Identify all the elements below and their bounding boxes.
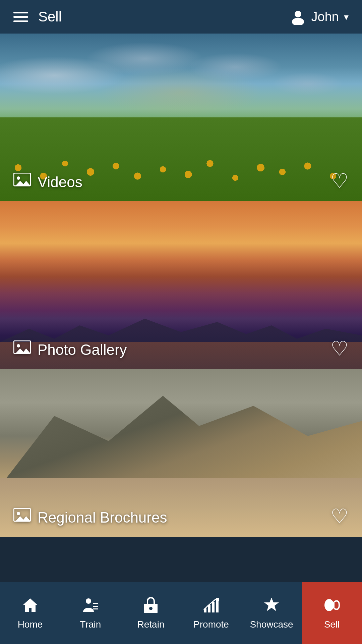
user-profile-button[interactable]: John ▾ xyxy=(290,8,349,25)
nav-promote-label: Promote xyxy=(193,619,229,630)
svg-rect-14 xyxy=(93,606,98,607)
user-icon xyxy=(290,8,306,25)
nav-train[interactable]: Train xyxy=(60,582,121,644)
svg-point-1 xyxy=(292,18,304,25)
videos-heart-button[interactable]: ♡ xyxy=(330,171,349,191)
photo-gallery-heart-button[interactable]: ♡ xyxy=(330,339,349,359)
regional-brochures-image-icon xyxy=(13,508,31,527)
svg-point-24 xyxy=(324,599,334,611)
retain-icon xyxy=(142,596,160,616)
photo-gallery-label-text: Photo Gallery xyxy=(38,341,127,358)
train-icon xyxy=(82,596,99,616)
main-content: Videos ♡ Photo Gallery ♡ xyxy=(0,34,362,582)
regional-brochures-heart-button[interactable]: ♡ xyxy=(330,506,349,527)
sell-icon xyxy=(323,596,341,616)
svg-marker-10 xyxy=(15,516,31,521)
photo-gallery-card-label: Photo Gallery xyxy=(13,340,127,359)
nav-showcase-label: Showcase xyxy=(250,619,293,630)
videos-label-text: Videos xyxy=(38,174,82,191)
svg-point-9 xyxy=(17,512,20,515)
svg-rect-15 xyxy=(93,608,98,609)
regional-brochures-label-text: Regional Brochures xyxy=(38,509,167,526)
videos-image-icon xyxy=(13,173,31,191)
svg-rect-13 xyxy=(93,603,98,604)
svg-point-3 xyxy=(17,176,20,180)
promote-icon xyxy=(202,596,220,616)
nav-home-label: Home xyxy=(18,619,43,630)
svg-marker-23 xyxy=(264,598,279,611)
svg-point-17 xyxy=(149,607,153,610)
chevron-down-icon: ▾ xyxy=(344,11,349,22)
svg-point-0 xyxy=(295,11,301,17)
nav-home[interactable]: Home xyxy=(0,582,60,644)
nav-promote[interactable]: Promote xyxy=(181,582,241,644)
nav-retain-label: Retain xyxy=(137,619,165,630)
header-left: Sell xyxy=(13,9,62,25)
nav-retain[interactable]: Retain xyxy=(121,582,181,644)
regional-brochures-card-label: Regional Brochures xyxy=(13,508,167,527)
photo-gallery-card[interactable]: Photo Gallery ♡ xyxy=(0,201,362,369)
showcase-icon xyxy=(263,596,280,616)
videos-card-label: Videos xyxy=(13,173,82,191)
svg-point-12 xyxy=(86,598,91,604)
menu-button[interactable] xyxy=(13,12,28,22)
regional-brochures-card[interactable]: Regional Brochures ♡ xyxy=(0,369,362,537)
nav-sell[interactable]: Sell xyxy=(302,582,362,644)
header: Sell John ▾ xyxy=(0,0,362,34)
bottom-navigation: Home Train Retain xyxy=(0,582,362,644)
svg-point-6 xyxy=(17,344,20,347)
svg-marker-11 xyxy=(23,598,38,612)
nav-sell-label: Sell xyxy=(324,619,340,630)
user-name: John xyxy=(311,10,339,24)
nav-train-label: Train xyxy=(80,619,101,630)
photo-gallery-image-icon xyxy=(13,340,31,359)
videos-card[interactable]: Videos ♡ xyxy=(0,34,362,201)
svg-rect-19 xyxy=(208,605,210,612)
svg-marker-7 xyxy=(15,348,31,354)
page-title: Sell xyxy=(38,9,62,25)
svg-marker-4 xyxy=(15,181,31,186)
svg-rect-20 xyxy=(212,602,215,612)
nav-showcase[interactable]: Showcase xyxy=(241,582,302,644)
home-icon xyxy=(21,596,39,616)
